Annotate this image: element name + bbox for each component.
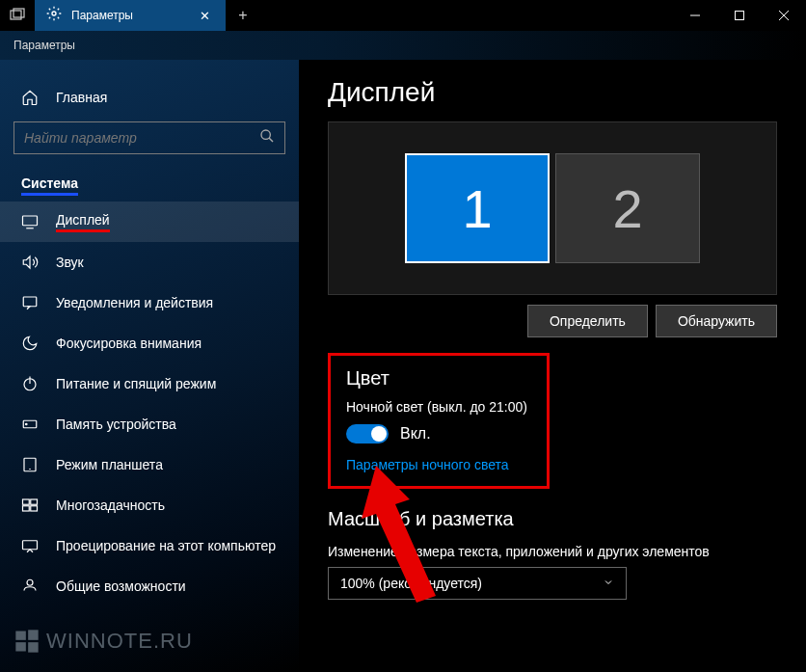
sidebar-item-label: Звук xyxy=(56,255,84,270)
sidebar-home-label: Главная xyxy=(56,90,107,105)
gear-icon xyxy=(46,6,62,25)
sidebar-item-sound[interactable]: Звук xyxy=(0,242,299,282)
tab-close-button[interactable]: ✕ xyxy=(191,2,218,29)
sidebar-section-label: Система xyxy=(21,175,78,196)
new-tab-button[interactable]: + xyxy=(226,7,260,24)
svg-rect-1 xyxy=(13,9,24,17)
storage-icon xyxy=(21,416,39,433)
monitor-1[interactable]: 1 xyxy=(405,153,550,263)
sidebar: Главная Система Дисплей Звук Уведомления… xyxy=(0,60,299,672)
svg-marker-11 xyxy=(23,256,30,268)
color-section-title: Цвет xyxy=(346,367,531,390)
scale-description: Изменение размера текста, приложений и д… xyxy=(328,544,777,559)
content-container: Главная Система Дисплей Звук Уведомления… xyxy=(0,60,806,672)
svg-point-24 xyxy=(27,579,33,585)
sidebar-item-shared[interactable]: Общие возможности xyxy=(0,566,299,606)
window-titlebar: Параметры ✕ + xyxy=(0,0,806,31)
sidebar-item-power[interactable]: Питание и спящий режим xyxy=(0,363,299,404)
toggle-state-label: Вкл. xyxy=(400,425,431,443)
svg-rect-27 xyxy=(28,630,38,640)
display-arrangement-preview[interactable]: 1 2 xyxy=(328,121,777,295)
tab-settings[interactable]: Параметры ✕ xyxy=(35,0,226,31)
svg-rect-23 xyxy=(23,541,38,550)
svg-rect-0 xyxy=(11,11,21,19)
night-light-label: Ночной свет (выкл. до 21:00) xyxy=(346,399,531,415)
sidebar-item-label: Режим планшета xyxy=(56,457,163,472)
svg-rect-20 xyxy=(31,499,38,504)
scale-section-title: Масштаб и разметка xyxy=(328,508,777,530)
watermark: WINNOTE.RU xyxy=(13,628,193,655)
svg-rect-21 xyxy=(23,506,30,511)
sidebar-item-notifications[interactable]: Уведомления и действия xyxy=(0,282,299,323)
sidebar-home[interactable]: Главная xyxy=(0,77,299,118)
scale-dropdown[interactable]: 100% (рекомендуется) xyxy=(328,567,627,600)
display-icon xyxy=(21,213,39,230)
main-content: Дисплей 1 2 Определить Обнаружить Цвет Н… xyxy=(299,60,806,672)
app-header: Параметры xyxy=(0,31,806,60)
svg-point-16 xyxy=(26,423,28,425)
svg-rect-22 xyxy=(31,506,38,511)
identify-button[interactable]: Определить xyxy=(527,305,648,337)
search-icon xyxy=(259,128,275,148)
search-wrap xyxy=(13,121,285,154)
window-controls xyxy=(673,0,806,31)
sidebar-section-title: Система xyxy=(0,168,299,202)
sound-icon xyxy=(21,254,39,271)
sidebar-item-storage[interactable]: Память устройства xyxy=(0,404,299,444)
svg-point-2 xyxy=(52,12,56,15)
titlebar-left: Параметры ✕ + xyxy=(0,0,260,31)
sidebar-item-display[interactable]: Дисплей xyxy=(0,202,299,242)
sidebar-item-label: Общие возможности xyxy=(56,578,186,594)
sidebar-item-label: Многозадачность xyxy=(56,497,165,513)
tab-title: Параметры xyxy=(71,9,181,22)
focus-icon xyxy=(21,335,39,352)
watermark-text: WINNOTE.RU xyxy=(46,629,193,654)
tablet-icon xyxy=(21,456,39,473)
sidebar-item-label: Питание и спящий режим xyxy=(56,376,216,391)
svg-rect-4 xyxy=(736,12,744,20)
color-section-highlight: Цвет Ночной свет (выкл. до 21:00) Вкл. П… xyxy=(328,353,550,489)
night-light-toggle-row: Вкл. xyxy=(346,424,531,444)
svg-rect-29 xyxy=(28,642,38,653)
svg-line-8 xyxy=(269,138,273,142)
page-title: Дисплей xyxy=(328,77,777,108)
multitasking-icon xyxy=(21,497,39,514)
task-view-icon[interactable] xyxy=(0,8,35,23)
power-icon xyxy=(21,375,39,392)
sidebar-item-label: Фокусировка внимания xyxy=(56,336,202,351)
sidebar-item-multitasking[interactable]: Многозадачность xyxy=(0,485,299,525)
search-input[interactable] xyxy=(24,130,225,146)
sidebar-item-focus[interactable]: Фокусировка внимания xyxy=(0,323,299,363)
sidebar-item-projecting[interactable]: Проецирование на этот компьютер xyxy=(0,525,299,566)
scale-value: 100% (рекомендуется) xyxy=(340,576,482,591)
svg-rect-12 xyxy=(23,297,37,307)
toggle-knob xyxy=(371,426,387,442)
night-light-settings-link[interactable]: Параметры ночного света xyxy=(346,457,531,472)
minimize-button[interactable] xyxy=(673,0,717,31)
shared-icon xyxy=(21,578,39,595)
sidebar-item-label: Уведомления и действия xyxy=(56,295,213,310)
night-light-toggle[interactable] xyxy=(346,424,389,444)
search-box[interactable] xyxy=(13,121,285,154)
notifications-icon xyxy=(21,294,39,311)
monitor-2[interactable]: 2 xyxy=(555,153,700,263)
svg-rect-28 xyxy=(15,642,25,651)
sidebar-item-label: Проецирование на этот компьютер xyxy=(56,538,276,553)
chevron-down-icon xyxy=(603,576,614,591)
maximize-button[interactable] xyxy=(717,0,762,31)
svg-rect-9 xyxy=(23,216,38,226)
close-button[interactable] xyxy=(762,0,806,31)
sidebar-item-label: Память устройства xyxy=(56,417,176,432)
svg-rect-19 xyxy=(23,499,30,504)
windows-logo-icon xyxy=(13,628,40,655)
detect-button[interactable]: Обнаружить xyxy=(656,305,777,337)
home-icon xyxy=(21,89,39,106)
sidebar-item-tablet[interactable]: Режим планшета xyxy=(0,444,299,485)
svg-point-7 xyxy=(261,130,270,139)
sidebar-item-label: Дисплей xyxy=(56,212,110,232)
app-header-title: Параметры xyxy=(13,39,75,52)
display-buttons: Определить Обнаружить xyxy=(328,305,777,337)
projecting-icon xyxy=(21,537,39,554)
svg-rect-26 xyxy=(15,632,25,640)
